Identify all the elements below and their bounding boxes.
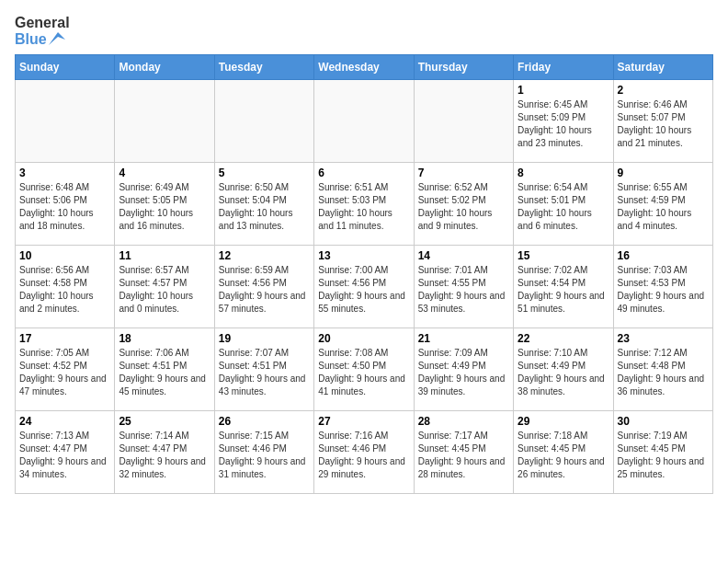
day-info: Sunrise: 6:50 AM Sunset: 5:04 PM Dayligh…	[219, 181, 310, 233]
day-number: 4	[119, 167, 210, 179]
day-info: Sunrise: 6:59 AM Sunset: 4:56 PM Dayligh…	[219, 264, 310, 316]
day-number: 12	[219, 249, 310, 262]
weekday-header: Thursday	[414, 55, 513, 80]
calendar-cell: 12Sunrise: 6:59 AM Sunset: 4:56 PM Dayli…	[214, 246, 313, 328]
day-info: Sunrise: 6:56 AM Sunset: 4:58 PM Dayligh…	[19, 264, 110, 316]
day-number: 23	[618, 332, 709, 345]
day-info: Sunrise: 7:07 AM Sunset: 4:51 PM Dayligh…	[219, 347, 310, 398]
day-info: Sunrise: 6:52 AM Sunset: 5:02 PM Dayligh…	[418, 181, 509, 233]
calendar-cell: 4Sunrise: 6:49 AM Sunset: 5:05 PM Daylig…	[115, 163, 214, 246]
day-number: 9	[618, 167, 709, 179]
day-info: Sunrise: 6:55 AM Sunset: 4:59 PM Dayligh…	[618, 181, 709, 233]
day-info: Sunrise: 7:01 AM Sunset: 4:55 PM Dayligh…	[418, 264, 509, 316]
day-info: Sunrise: 7:12 AM Sunset: 4:48 PM Dayligh…	[618, 347, 709, 398]
day-number: 5	[219, 167, 310, 179]
day-info: Sunrise: 7:03 AM Sunset: 4:53 PM Dayligh…	[618, 264, 709, 316]
week-row: 17Sunrise: 7:05 AM Sunset: 4:52 PM Dayli…	[16, 328, 713, 411]
day-number: 26	[219, 415, 310, 428]
day-info: Sunrise: 7:15 AM Sunset: 4:46 PM Dayligh…	[219, 430, 310, 481]
calendar-cell: 17Sunrise: 7:05 AM Sunset: 4:52 PM Dayli…	[16, 328, 115, 411]
calendar-cell: 11Sunrise: 6:57 AM Sunset: 4:57 PM Dayli…	[115, 246, 214, 328]
calendar-cell: 29Sunrise: 7:18 AM Sunset: 4:45 PM Dayli…	[514, 411, 613, 494]
day-number: 20	[318, 332, 409, 345]
day-number: 11	[119, 249, 210, 262]
calendar-cell: 16Sunrise: 7:03 AM Sunset: 4:53 PM Dayli…	[613, 246, 712, 328]
day-info: Sunrise: 7:08 AM Sunset: 4:50 PM Dayligh…	[318, 347, 409, 398]
day-number: 2	[618, 84, 709, 97]
day-number: 22	[518, 332, 609, 345]
day-number: 7	[418, 167, 509, 179]
calendar-cell	[115, 80, 214, 163]
day-number: 8	[518, 167, 609, 179]
calendar-cell: 28Sunrise: 7:17 AM Sunset: 4:45 PM Dayli…	[414, 411, 513, 494]
day-number: 21	[418, 332, 509, 345]
page-header: General Blue	[15, 15, 713, 47]
weekday-header: Monday	[115, 55, 214, 80]
day-info: Sunrise: 6:46 AM Sunset: 5:07 PM Dayligh…	[618, 98, 709, 150]
logo-text-blue: Blue	[15, 31, 70, 48]
day-number: 27	[318, 415, 409, 428]
day-info: Sunrise: 7:16 AM Sunset: 4:46 PM Dayligh…	[318, 430, 409, 481]
calendar-cell	[214, 80, 313, 163]
calendar-cell: 22Sunrise: 7:10 AM Sunset: 4:49 PM Dayli…	[514, 328, 613, 411]
day-info: Sunrise: 7:17 AM Sunset: 4:45 PM Dayligh…	[418, 430, 509, 481]
calendar-cell: 21Sunrise: 7:09 AM Sunset: 4:49 PM Dayli…	[414, 328, 513, 411]
calendar-cell: 10Sunrise: 6:56 AM Sunset: 4:58 PM Dayli…	[16, 246, 115, 328]
calendar-cell: 5Sunrise: 6:50 AM Sunset: 5:04 PM Daylig…	[214, 163, 313, 246]
day-number: 10	[19, 249, 110, 262]
calendar-cell: 23Sunrise: 7:12 AM Sunset: 4:48 PM Dayli…	[613, 328, 712, 411]
logo-text-general: General	[15, 15, 70, 31]
calendar-cell: 13Sunrise: 7:00 AM Sunset: 4:56 PM Dayli…	[314, 246, 414, 328]
day-info: Sunrise: 6:51 AM Sunset: 5:03 PM Dayligh…	[318, 181, 409, 233]
day-number: 24	[19, 415, 110, 428]
day-info: Sunrise: 7:05 AM Sunset: 4:52 PM Dayligh…	[19, 347, 110, 398]
svg-marker-0	[49, 32, 65, 45]
calendar-cell: 26Sunrise: 7:15 AM Sunset: 4:46 PM Dayli…	[214, 411, 313, 494]
calendar-cell	[314, 80, 414, 163]
weekday-header: Saturday	[613, 55, 712, 80]
day-number: 17	[19, 332, 110, 345]
calendar-cell: 7Sunrise: 6:52 AM Sunset: 5:02 PM Daylig…	[414, 163, 513, 246]
calendar-cell: 18Sunrise: 7:06 AM Sunset: 4:51 PM Dayli…	[115, 328, 214, 411]
calendar-cell: 25Sunrise: 7:14 AM Sunset: 4:47 PM Dayli…	[115, 411, 214, 494]
calendar-cell: 19Sunrise: 7:07 AM Sunset: 4:51 PM Dayli…	[214, 328, 313, 411]
day-number: 3	[19, 167, 110, 179]
weekday-header: Tuesday	[214, 55, 313, 80]
week-row: 10Sunrise: 6:56 AM Sunset: 4:58 PM Dayli…	[16, 246, 713, 328]
weekday-header: Sunday	[16, 55, 115, 80]
day-info: Sunrise: 7:10 AM Sunset: 4:49 PM Dayligh…	[518, 347, 609, 398]
day-info: Sunrise: 6:49 AM Sunset: 5:05 PM Dayligh…	[119, 181, 210, 233]
day-info: Sunrise: 7:09 AM Sunset: 4:49 PM Dayligh…	[418, 347, 509, 398]
day-info: Sunrise: 6:45 AM Sunset: 5:09 PM Dayligh…	[518, 98, 609, 150]
day-number: 18	[119, 332, 210, 345]
day-info: Sunrise: 7:19 AM Sunset: 4:45 PM Dayligh…	[618, 430, 709, 481]
calendar-cell: 20Sunrise: 7:08 AM Sunset: 4:50 PM Dayli…	[314, 328, 414, 411]
day-info: Sunrise: 7:02 AM Sunset: 4:54 PM Dayligh…	[518, 264, 609, 316]
logo: General Blue	[15, 15, 70, 47]
day-info: Sunrise: 7:14 AM Sunset: 4:47 PM Dayligh…	[119, 430, 210, 481]
calendar-cell: 30Sunrise: 7:19 AM Sunset: 4:45 PM Dayli…	[613, 411, 712, 494]
calendar-cell: 24Sunrise: 7:13 AM Sunset: 4:47 PM Dayli…	[16, 411, 115, 494]
weekday-header-row: SundayMondayTuesdayWednesdayThursdayFrid…	[16, 55, 713, 80]
calendar-cell	[414, 80, 513, 163]
calendar-cell	[16, 80, 115, 163]
calendar-cell: 6Sunrise: 6:51 AM Sunset: 5:03 PM Daylig…	[314, 163, 414, 246]
weekday-header: Wednesday	[314, 55, 414, 80]
calendar-cell: 15Sunrise: 7:02 AM Sunset: 4:54 PM Dayli…	[514, 246, 613, 328]
calendar-table: SundayMondayTuesdayWednesdayThursdayFrid…	[15, 54, 713, 494]
day-number: 28	[418, 415, 509, 428]
day-info: Sunrise: 7:13 AM Sunset: 4:47 PM Dayligh…	[19, 430, 110, 481]
week-row: 1Sunrise: 6:45 AM Sunset: 5:09 PM Daylig…	[16, 80, 713, 163]
calendar-cell: 9Sunrise: 6:55 AM Sunset: 4:59 PM Daylig…	[613, 163, 712, 246]
day-info: Sunrise: 6:48 AM Sunset: 5:06 PM Dayligh…	[19, 181, 110, 233]
day-info: Sunrise: 7:18 AM Sunset: 4:45 PM Dayligh…	[518, 430, 609, 481]
day-number: 14	[418, 249, 509, 262]
day-number: 30	[618, 415, 709, 428]
day-number: 1	[518, 84, 609, 97]
calendar-cell: 2Sunrise: 6:46 AM Sunset: 5:07 PM Daylig…	[613, 80, 712, 163]
calendar-cell: 8Sunrise: 6:54 AM Sunset: 5:01 PM Daylig…	[514, 163, 613, 246]
week-row: 3Sunrise: 6:48 AM Sunset: 5:06 PM Daylig…	[16, 163, 713, 246]
day-info: Sunrise: 7:06 AM Sunset: 4:51 PM Dayligh…	[119, 347, 210, 398]
calendar-cell: 27Sunrise: 7:16 AM Sunset: 4:46 PM Dayli…	[314, 411, 414, 494]
day-number: 15	[518, 249, 609, 262]
